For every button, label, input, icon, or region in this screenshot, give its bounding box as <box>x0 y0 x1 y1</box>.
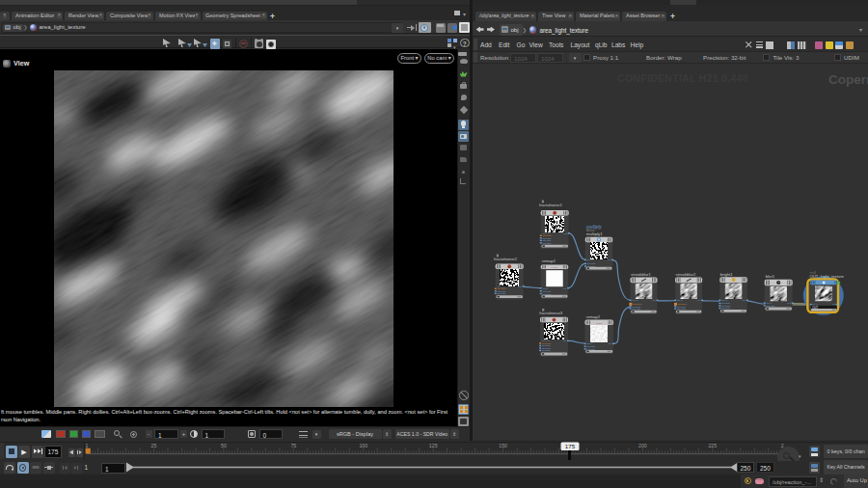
svg-text:200: 200 <box>638 443 647 448</box>
svg-text:75: 75 <box>290 443 296 448</box>
svg-text:streakblur2: streakblur2 <box>675 272 695 277</box>
svg-text:25: 25 <box>151 443 157 448</box>
svg-text:50: 50 <box>221 443 227 448</box>
svg-text:strength: strength <box>632 308 640 311</box>
svg-text:OUT_Light_texture: OUT_Light_texture <box>809 274 844 279</box>
svg-text:src in: src in <box>586 258 592 261</box>
svg-text:src in: src in <box>677 299 683 302</box>
svg-text:out: out <box>652 299 656 302</box>
svg-text:bright1: bright1 <box>719 272 732 277</box>
svg-text:out: out <box>518 285 522 288</box>
svg-text:125: 125 <box>429 443 438 448</box>
svg-text:out: out <box>607 258 610 261</box>
svg-text:remap2: remap2 <box>585 314 600 319</box>
svg-text:multiply1: multiply1 <box>586 231 603 236</box>
svg-text:out: out <box>563 232 567 235</box>
svg-text:strength: strength <box>766 305 774 308</box>
svg-text:strength: strength <box>542 349 551 352</box>
svg-text:fractalnoise3: fractalnoise3 <box>539 311 562 315</box>
svg-text:strength: strength <box>497 292 505 295</box>
svg-text:out: out <box>787 302 791 305</box>
svg-text:streakblur1: streakblur1 <box>631 272 651 277</box>
svg-text:out: out <box>562 287 566 290</box>
svg-text:out: out <box>742 299 746 302</box>
svg-text:fractalnoise1: fractalnoise1 <box>539 203 562 207</box>
svg-text:fractalnoise2: fractalnoise2 <box>494 257 517 261</box>
svg-text:remap1: remap1 <box>541 258 556 263</box>
svg-text:remap: remap <box>551 266 557 269</box>
svg-text:remap: remap <box>595 322 602 325</box>
svg-text:src in: src in <box>632 299 637 302</box>
svg-text:175: 175 <box>565 443 576 449</box>
svg-text:out: out <box>696 299 700 302</box>
svg-text:150: 150 <box>499 443 507 448</box>
svg-text:strength: strength <box>542 242 551 245</box>
svg-text:blur1: blur1 <box>765 274 774 279</box>
svg-text:100: 100 <box>359 443 367 448</box>
svg-text:225: 225 <box>708 443 717 448</box>
svg-text:strength: strength <box>677 308 686 311</box>
svg-text:1: 1 <box>86 443 89 448</box>
svg-text:out: out <box>608 342 611 345</box>
svg-text:out: out <box>562 339 566 342</box>
